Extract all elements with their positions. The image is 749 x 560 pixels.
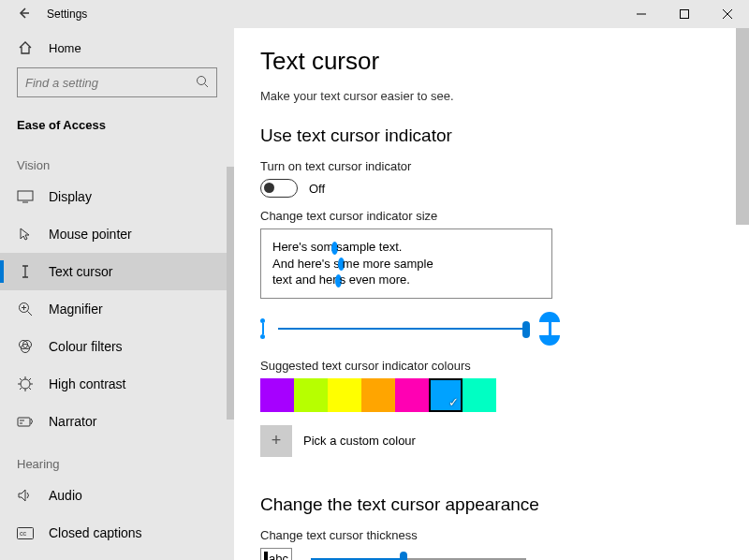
maximize-button[interactable] (663, 0, 706, 28)
swatch-magenta[interactable] (395, 378, 429, 412)
group-hearing: Hearing (0, 440, 234, 477)
sidebar-item-label: Magnifier (49, 302, 103, 317)
magnifier-icon (17, 301, 34, 317)
check-icon: ✓ (448, 395, 459, 409)
swatch-lime[interactable] (294, 378, 328, 412)
page-title: Text cursor (260, 47, 723, 76)
svg-rect-1 (681, 10, 689, 19)
size-min-icon (260, 318, 265, 339)
svg-line-23 (29, 378, 31, 380)
contrast-icon (17, 376, 34, 392)
close-button[interactable] (706, 0, 749, 28)
sidebar: Home Ease of Access Vision Display Mouse… (0, 28, 234, 560)
window-title: Settings (47, 7, 87, 21)
cc-icon: cc (17, 524, 34, 541)
swatch-aqua[interactable] (463, 378, 496, 412)
sidebar-item-label: Audio (49, 488, 82, 503)
minimize-button[interactable] (620, 0, 663, 28)
colour-swatches: ✓ (260, 378, 723, 412)
titlebar: Settings (0, 0, 749, 28)
thickness-label: Change text cursor thickness (260, 528, 723, 542)
svg-line-9 (28, 312, 33, 317)
sidebar-item-label: Closed captions (49, 525, 142, 540)
section-appearance-heading: Change the text cursor appearance (260, 494, 723, 515)
category-title: Ease of Access (0, 109, 234, 141)
sidebar-item-label: Display (49, 189, 92, 204)
size-max-icon (539, 312, 560, 346)
home-label: Home (49, 41, 81, 55)
narrator-icon (17, 413, 34, 430)
sidebar-item-label: Mouse pointer (49, 227, 132, 242)
sidebar-item-narrator[interactable]: Narrator (0, 403, 234, 440)
swatch-yellow[interactable] (328, 378, 361, 412)
pointer-icon (17, 226, 34, 243)
thickness-slider[interactable] (311, 558, 526, 560)
indicator-preview: Here's somsample text. And here's sme mo… (260, 228, 552, 299)
svg-rect-6 (18, 191, 33, 200)
text-cursor-icon (17, 263, 34, 280)
svg-text:cc: cc (20, 530, 27, 537)
size-label: Change text cursor indicator size (260, 209, 723, 223)
indicator-size-slider[interactable] (278, 328, 526, 330)
svg-line-21 (29, 388, 31, 390)
swatch-purple[interactable] (260, 378, 294, 412)
svg-line-20 (20, 378, 22, 380)
sidebar-item-closed-captions[interactable]: cc Closed captions (0, 514, 234, 552)
sidebar-scrollbar[interactable] (227, 167, 234, 420)
toggle-label: Turn on text cursor indicator (260, 159, 723, 173)
back-button[interactable] (17, 7, 30, 22)
main-pane: Text cursor Make your text cursor easier… (234, 28, 749, 560)
main-scrollbar[interactable] (736, 28, 749, 560)
plus-icon: + (272, 431, 282, 450)
home-icon (17, 39, 34, 56)
sidebar-item-display[interactable]: Display (0, 178, 234, 215)
svg-point-4 (198, 76, 206, 84)
group-vision: Vision (0, 141, 234, 178)
sidebar-item-text-cursor[interactable]: Text cursor (0, 253, 234, 290)
toggle-state: Off (309, 182, 325, 196)
filter-icon (17, 338, 34, 355)
svg-point-15 (21, 379, 30, 389)
sidebar-item-label: High contrast (49, 376, 125, 391)
pick-custom-colour-button[interactable]: + (260, 425, 292, 457)
search-icon (196, 75, 209, 91)
home-nav[interactable]: Home (0, 28, 234, 67)
svg-line-22 (20, 388, 22, 390)
colours-label: Suggested text cursor indicator colours (260, 359, 723, 373)
sidebar-item-label: Text cursor (49, 264, 112, 279)
indicator-toggle[interactable] (260, 179, 298, 198)
search-input[interactable] (17, 67, 217, 97)
sidebar-item-audio[interactable]: Audio (0, 477, 234, 514)
monitor-icon (17, 188, 34, 205)
sidebar-item-mouse-pointer[interactable]: Mouse pointer (0, 215, 234, 253)
section-indicator-heading: Use text cursor indicator (260, 125, 723, 146)
swatch-blue[interactable]: ✓ (429, 378, 463, 412)
svg-rect-24 (18, 418, 30, 426)
audio-icon (17, 487, 34, 504)
sidebar-item-colour-filters[interactable]: Colour filters (0, 328, 234, 365)
sidebar-item-magnifier[interactable]: Magnifier (0, 290, 234, 328)
sidebar-item-high-contrast[interactable]: High contrast (0, 365, 234, 403)
page-subtitle: Make your text cursor easier to see. (260, 89, 723, 103)
sidebar-item-label: Narrator (49, 414, 96, 429)
swatch-orange[interactable] (361, 378, 395, 412)
svg-line-5 (205, 83, 209, 87)
pick-custom-label: Pick a custom colour (303, 434, 416, 448)
sidebar-item-label: Colour filters (49, 339, 123, 354)
thickness-preview: abc (260, 548, 292, 560)
